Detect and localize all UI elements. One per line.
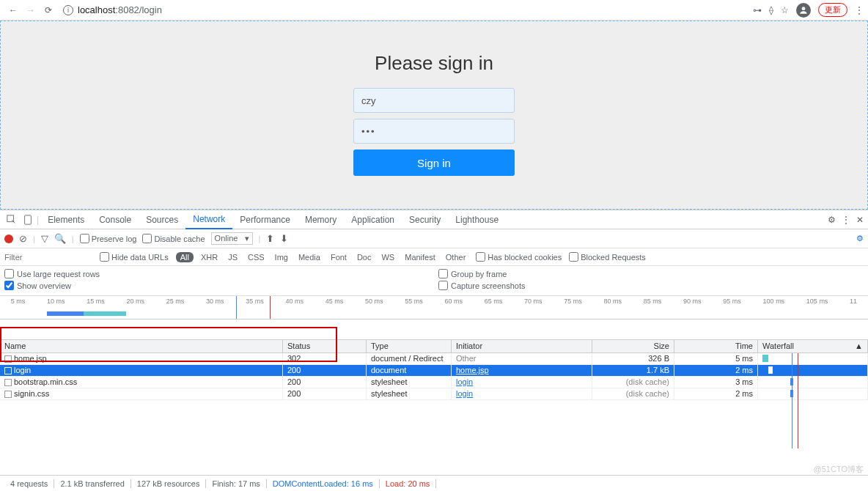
filter-toggle-icon[interactable]: ▽ [41, 233, 48, 244]
filter-type-doc[interactable]: Doc [354, 252, 375, 262]
col-status[interactable]: Status [283, 340, 367, 352]
timeline-tick: 40 ms [286, 298, 304, 305]
filter-type-all[interactable]: All [176, 252, 194, 262]
col-time[interactable]: Time [674, 340, 758, 352]
group-frame-checkbox[interactable]: Group by frame [438, 269, 864, 278]
close-devtools-icon[interactable]: ✕ [856, 215, 864, 225]
site-info-icon[interactable]: i [63, 5, 73, 15]
url-host: localhost [78, 4, 115, 15]
timeline-tick: 65 ms [485, 298, 503, 305]
timeline-bar [47, 311, 84, 316]
filter-type-xhr[interactable]: XHR [198, 252, 221, 262]
timeline-tick: 70 ms [524, 298, 542, 305]
reload-button[interactable]: ⟳ [40, 1, 57, 19]
timeline-tick: 20 ms [127, 298, 145, 305]
filter-type-img[interactable]: Img [272, 252, 291, 262]
filter-type-media[interactable]: Media [295, 252, 323, 262]
upload-icon[interactable]: ⬆ [266, 233, 274, 244]
blocked-cookies-checkbox[interactable]: Has blocked cookies [476, 252, 562, 262]
username-input[interactable] [353, 88, 515, 113]
password-input[interactable] [353, 119, 515, 144]
col-initiator[interactable]: Initiator [452, 340, 592, 352]
settings-icon[interactable]: ⚙ [828, 215, 836, 225]
search-icon[interactable]: 🔍 [54, 233, 66, 244]
tab-lighthouse[interactable]: Lighthouse [448, 210, 506, 229]
timeline-tick: 5 ms [11, 298, 26, 305]
tab-network[interactable]: Network [185, 210, 232, 229]
table-row[interactable]: signin.css200stylesheetlogin(disk cache)… [0, 388, 868, 400]
throttle-select[interactable]: Online ▾ [211, 232, 253, 245]
forward-button[interactable]: → [22, 1, 40, 19]
network-toolbar: ⊘ | ▽ 🔍 | Preserve log Disable cache Onl… [0, 229, 868, 248]
timeline-tick: 100 ms [763, 298, 785, 305]
col-size[interactable]: Size [592, 340, 674, 352]
more-icon[interactable]: ⋮ [842, 215, 850, 225]
tab-security[interactable]: Security [402, 210, 448, 229]
timeline-tick: 10 ms [47, 298, 65, 305]
disable-cache-checkbox[interactable]: Disable cache [142, 234, 205, 243]
preserve-log-checkbox[interactable]: Preserve log [80, 234, 137, 243]
record-button[interactable] [4, 235, 13, 243]
col-type[interactable]: Type [367, 340, 452, 352]
inspect-icon[interactable] [4, 213, 19, 227]
timeline-tick: 80 ms [604, 298, 622, 305]
tab-application[interactable]: Application [344, 210, 402, 229]
signin-heading: Please sign in [375, 52, 493, 75]
tab-console[interactable]: Console [92, 210, 139, 229]
status-bar: 4 requests 2.1 kB transferred 127 kB res… [0, 475, 868, 491]
timeline-tick: 35 ms [246, 298, 264, 305]
show-overview-checkbox[interactable]: Show overview [4, 281, 430, 290]
download-icon[interactable]: ⬇ [280, 233, 288, 244]
tab-memory[interactable]: Memory [298, 210, 344, 229]
timeline-tick: 25 ms [166, 298, 185, 305]
col-name[interactable]: Name [0, 340, 283, 352]
menu-icon[interactable]: ⋮ [855, 5, 864, 15]
timeline-tick: 90 ms [683, 298, 702, 305]
network-settings-icon[interactable]: ⚙ [856, 234, 864, 243]
screenshots-checkbox[interactable]: Capture screenshots [438, 281, 864, 290]
table-row[interactable]: home.jsp302document / RedirectOther326 B… [0, 353, 868, 365]
timeline-tick: 75 ms [564, 298, 582, 305]
address-bar[interactable]: i localhost:8082/login [63, 4, 747, 15]
bookmark-icon[interactable]: ☆ [781, 5, 789, 15]
filter-input[interactable] [4, 253, 92, 262]
timeline-overview[interactable]: 5 ms10 ms15 ms20 ms25 ms30 ms35 ms40 ms4… [0, 296, 868, 320]
tab-elements[interactable]: Elements [40, 210, 92, 229]
filter-type-other[interactable]: Other [443, 252, 469, 262]
clear-icon[interactable]: ⊘ [19, 233, 27, 244]
table-row[interactable]: login200documenthome.jsp1.7 kB2 ms [0, 365, 868, 377]
signin-button[interactable]: Sign in [353, 149, 515, 176]
sb-resources: 127 kB resources [131, 479, 207, 488]
timeline-tick: 60 ms [445, 298, 463, 305]
timeline-tick: 85 ms [644, 298, 662, 305]
blocked-requests-checkbox[interactable]: Blocked Requests [569, 252, 646, 262]
filter-type-manifest[interactable]: Manifest [402, 252, 438, 262]
update-button[interactable]: 更新 [818, 3, 847, 17]
filter-type-ws[interactable]: WS [378, 252, 397, 262]
timeline-tick: 11 [850, 298, 857, 305]
device-icon[interactable] [21, 213, 35, 227]
key-icon[interactable]: ⊶ [753, 5, 762, 15]
large-rows-checkbox[interactable]: Use large request rows [4, 269, 430, 278]
filter-type-font[interactable]: Font [328, 252, 350, 262]
sb-requests: 4 requests [4, 479, 54, 488]
timeline-tick: 55 ms [405, 298, 423, 305]
dom-content-line [236, 296, 237, 319]
page-viewport: Please sign in Sign in [0, 21, 868, 210]
url-path: :8082/login [115, 4, 162, 15]
tab-performance[interactable]: Performance [232, 210, 298, 229]
hide-data-urls-checkbox[interactable]: Hide data URLs [100, 252, 169, 262]
col-waterfall[interactable]: Waterfall▲ [758, 340, 868, 352]
sb-transferred: 2.1 kB transferred [54, 479, 130, 488]
tab-sources[interactable]: Sources [139, 210, 185, 229]
translate-icon[interactable]: ⟠ [769, 5, 773, 15]
profile-avatar[interactable] [796, 3, 811, 18]
back-button[interactable]: ← [4, 1, 22, 19]
svg-point-0 [802, 7, 806, 10]
table-row[interactable]: bootstrap.min.css200stylesheetlogin(disk… [0, 377, 868, 388]
network-table: Name Status Type Initiator Size Time Wat… [0, 340, 868, 448]
table-header[interactable]: Name Status Type Initiator Size Time Wat… [0, 340, 868, 353]
filter-type-css[interactable]: CSS [245, 252, 268, 262]
timeline-tick: 95 ms [723, 298, 741, 305]
filter-type-js[interactable]: JS [225, 252, 240, 262]
